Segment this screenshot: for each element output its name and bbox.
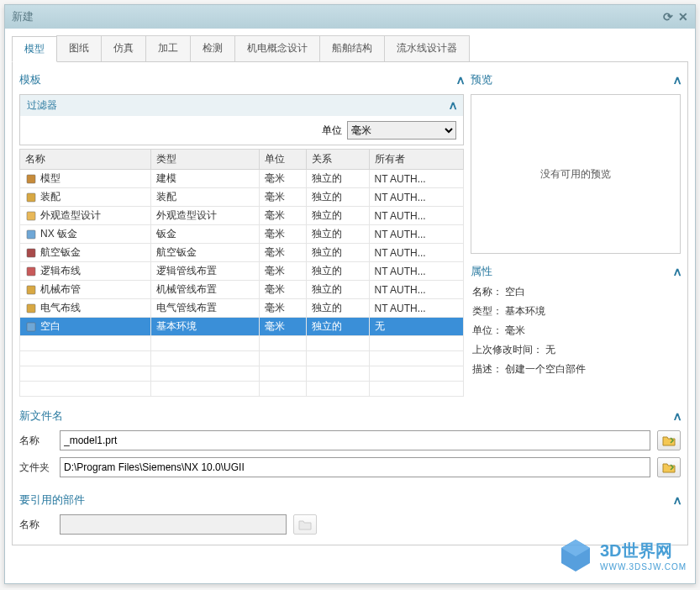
table-row-empty [20, 351, 464, 366]
tab-6[interactable]: 船舶结构 [319, 35, 385, 61]
table-row-empty [20, 336, 464, 351]
elec-icon [25, 303, 37, 314]
tab-1[interactable]: 图纸 [56, 35, 102, 61]
name-label: 名称 [19, 434, 53, 448]
property-row: 类型： 基本环境 [471, 302, 681, 321]
tab-7[interactable]: 流水线设计器 [384, 35, 470, 61]
property-row: 描述： 创建一个空白部件 [471, 360, 681, 379]
browse-folder-button[interactable] [657, 457, 681, 477]
browse-refpart-button[interactable] [293, 514, 317, 535]
column-header[interactable]: 名称 [20, 150, 151, 170]
svg-rect-4 [27, 249, 35, 257]
property-row: 上次修改时间： 无 [471, 340, 681, 360]
tab-5[interactable]: 机电概念设计 [234, 35, 320, 61]
table-row-empty [20, 382, 464, 397]
window-title: 新建 [12, 9, 663, 24]
folder-icon [662, 461, 676, 473]
property-row: 名称： 空白 [471, 282, 681, 302]
table-row[interactable]: 模型建模毫米独立的NT AUTH... [20, 170, 464, 188]
section-properties[interactable]: 属性 ʌ [471, 261, 681, 282]
table-row[interactable]: 逻辑布线逻辑管线布置毫米独立的NT AUTH... [20, 262, 464, 281]
template-table: 名称类型单位关系所有者 模型建模毫米独立的NT AUTH...装配装配毫米独立的… [19, 149, 464, 397]
folder-icon [298, 519, 312, 530]
svg-rect-2 [27, 212, 35, 220]
blank-icon [25, 321, 37, 333]
filename-input[interactable] [60, 430, 650, 450]
table-row[interactable]: 外观造型设计外观造型设计毫米独立的NT AUTH... [20, 207, 464, 225]
assembly-icon [25, 192, 37, 203]
filter-header[interactable]: 过滤器 ʌ [20, 95, 463, 116]
tab-3[interactable]: 加工 [145, 35, 191, 61]
section-newfile[interactable]: 新文件名 ʌ [19, 405, 681, 427]
chevron-up-icon: ʌ [674, 409, 681, 423]
model-icon [25, 173, 37, 185]
tab-0[interactable]: 模型 [12, 36, 57, 62]
shape-icon [25, 210, 37, 222]
property-row: 单位： 毫米 [471, 321, 681, 340]
chevron-up-icon: ʌ [674, 73, 681, 87]
browse-file-button[interactable] [657, 430, 681, 450]
svg-rect-7 [27, 304, 35, 313]
column-header[interactable]: 单位 [260, 150, 307, 170]
svg-rect-6 [27, 286, 35, 294]
nxsheet-icon [25, 229, 37, 240]
unit-select[interactable]: 毫米 [347, 121, 456, 140]
svg-rect-1 [27, 193, 35, 202]
tab-4[interactable]: 检测 [190, 35, 235, 61]
chevron-up-icon: ʌ [674, 493, 681, 507]
help-icon[interactable]: ⟳ [663, 10, 673, 24]
chevron-up-icon: ʌ [450, 98, 456, 113]
svg-rect-3 [27, 230, 35, 239]
close-icon[interactable]: ✕ [678, 10, 688, 24]
table-row[interactable]: 机械布管机械管线布置毫米独立的NT AUTH... [20, 281, 464, 299]
section-template[interactable]: 模板 ʌ [19, 69, 464, 91]
logical-icon [25, 266, 37, 277]
mech-icon [25, 284, 37, 296]
svg-rect-5 [27, 267, 35, 276]
refpart-input [60, 514, 287, 535]
filter-box: 过滤器 ʌ 单位 毫米 [19, 94, 464, 145]
table-row-empty [20, 366, 464, 382]
tab-2[interactable]: 仿真 [101, 35, 146, 61]
chevron-up-icon: ʌ [457, 73, 464, 87]
folder-icon [662, 435, 676, 446]
section-refpart[interactable]: 要引用的部件 ʌ [19, 489, 681, 511]
preview-area: 没有可用的预览 [471, 94, 681, 254]
table-row[interactable]: NX 钣金钣金毫米独立的NT AUTH... [20, 225, 464, 244]
section-preview[interactable]: 预览 ʌ [471, 69, 681, 91]
svg-rect-0 [27, 175, 35, 183]
titlebar: 新建 ⟳ ✕ [5, 5, 695, 29]
svg-rect-8 [27, 323, 35, 331]
column-header[interactable]: 所有者 [369, 150, 463, 170]
column-header[interactable]: 类型 [151, 150, 260, 170]
table-row[interactable]: 空白基本环境毫米独立的无 [20, 318, 464, 336]
table-row[interactable]: 航空钣金航空钣金毫米独立的NT AUTH... [20, 244, 464, 262]
folder-input[interactable] [60, 457, 650, 477]
column-header[interactable]: 关系 [307, 150, 369, 170]
table-row[interactable]: 装配装配毫米独立的NT AUTH... [20, 188, 464, 207]
chevron-up-icon: ʌ [674, 265, 681, 278]
table-row[interactable]: 电气布线电气管线布置毫米独立的NT AUTH... [20, 299, 464, 318]
folder-label: 文件夹 [19, 461, 53, 475]
refpart-name-label: 名称 [19, 518, 53, 532]
aero-icon [25, 247, 37, 259]
unit-label: 单位 [322, 124, 342, 138]
tab-bar: 模型图纸仿真加工检测机电概念设计船舶结构流水线设计器 [12, 35, 688, 62]
